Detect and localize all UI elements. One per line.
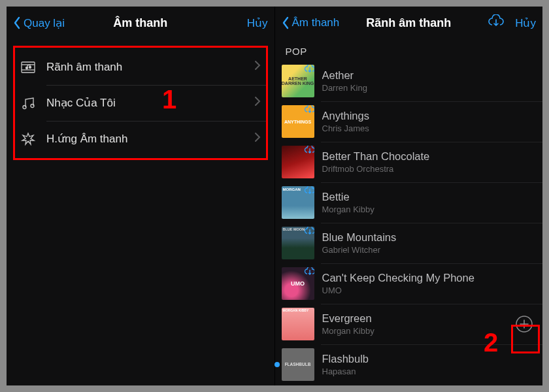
menu-item-my-music[interactable]: Nhạc Của Tôi — [15, 85, 266, 121]
back-label: Âm thanh — [292, 16, 340, 29]
back-button[interactable]: Quay lại — [13, 16, 65, 30]
track-artist: UMO — [322, 286, 534, 295]
track-artist: Morgan Kibby — [322, 326, 508, 336]
download-cloud-button[interactable] — [488, 14, 505, 32]
menu-item-label: Nhạc Của Tôi — [46, 96, 245, 110]
track-title: Flashbulb — [322, 353, 534, 365]
menu-item-label: H.ứng Âm thanh — [46, 132, 245, 146]
menu-item-audio-tracks[interactable]: Rãnh âm thanh — [15, 49, 266, 85]
track-row[interactable]: Aether Darren King — [275, 61, 543, 101]
menu-item-label: Rãnh âm thanh — [46, 61, 245, 74]
download-cloud-icon — [304, 186, 314, 197]
album-art — [282, 267, 314, 300]
cancel-button[interactable]: Hủy — [247, 16, 268, 30]
track-artist: Driftmob Orchestra — [322, 164, 534, 174]
track-row[interactable]: Blue Mountains Gabriel Witcher — [275, 223, 543, 263]
track-row[interactable]: Can't Keep Checking My Phone UMO — [275, 263, 543, 304]
screen-track-list: Âm thanh Rãnh âm thanh Hủy POP Aether Da… — [275, 7, 543, 385]
plus-circle-icon — [515, 315, 533, 333]
download-cloud-icon — [304, 105, 314, 116]
track-list: Aether Darren King Anythings Chris James — [275, 61, 543, 385]
download-cloud-icon — [304, 65, 314, 75]
album-art — [282, 105, 314, 138]
track-artist: Chris James — [322, 123, 534, 133]
album-art — [282, 186, 314, 219]
track-artist: Darren King — [322, 83, 534, 93]
chevron-right-icon — [254, 96, 261, 110]
album-art — [282, 65, 314, 97]
album-art — [282, 308, 314, 340]
nav-bar: Quay lại Âm thanh Hủy — [7, 7, 274, 39]
download-cloud-icon — [304, 227, 314, 237]
album-art — [282, 348, 314, 381]
now-playing-indicator — [274, 362, 280, 367]
track-title: Aether — [322, 69, 534, 82]
chevron-left-icon — [282, 16, 290, 29]
track-artist: Morgan Kibby — [322, 204, 534, 214]
track-title: Bettie — [322, 191, 534, 203]
highlight-box-1: Rãnh âm thanh Nhạc Của Tôi H.ứng Âm than… — [13, 46, 268, 160]
nav-bar: Âm thanh Rãnh âm thanh Hủy — [275, 7, 543, 39]
back-label: Quay lại — [24, 16, 65, 30]
callout-2: 2 — [484, 328, 498, 357]
album-art — [282, 227, 314, 259]
track-row[interactable]: Evergreen Morgan Kibby — [275, 304, 543, 344]
callout-1: 1 — [162, 85, 176, 114]
download-cloud-icon — [488, 14, 505, 29]
back-button[interactable]: Âm thanh — [282, 16, 340, 29]
section-header-pop: POP — [275, 39, 543, 61]
filmstrip-music-icon — [19, 59, 37, 75]
download-cloud-icon — [304, 146, 314, 156]
cancel-button[interactable]: Hủy — [515, 16, 536, 30]
screen-audio-menu: Quay lại Âm thanh Hủy Rãnh âm thanh — [7, 7, 275, 385]
chevron-right-icon — [254, 132, 261, 146]
track-title: Can't Keep Checking My Phone — [322, 272, 534, 284]
music-note-icon — [19, 95, 37, 111]
track-title: Evergreen — [322, 312, 508, 325]
burst-icon — [19, 131, 37, 147]
chevron-right-icon — [254, 60, 261, 74]
track-artist: Hapasan — [322, 367, 534, 376]
album-art — [282, 146, 314, 178]
track-row[interactable]: Flashbulb Hapasan — [275, 344, 543, 385]
svg-rect-0 — [22, 62, 35, 73]
track-artist: Gabriel Witcher — [322, 245, 534, 255]
audio-menu-list: Rãnh âm thanh Nhạc Của Tôi H.ứng Âm than… — [7, 39, 274, 160]
track-row[interactable]: Anythings Chris James — [275, 101, 543, 142]
download-cloud-icon — [304, 267, 314, 278]
track-title: Blue Mountains — [322, 231, 534, 244]
track-row[interactable]: Bettie Morgan Kibby — [275, 182, 543, 223]
chevron-left-icon — [13, 16, 21, 29]
svg-point-4 — [29, 66, 31, 68]
track-title: Anythings — [322, 110, 534, 122]
track-title: Better Than Chocolate — [322, 150, 534, 163]
add-track-button[interactable] — [515, 315, 533, 333]
track-row[interactable]: Better Than Chocolate Driftmob Orchestra — [275, 142, 543, 182]
menu-item-sound-fx[interactable]: H.ứng Âm thanh — [15, 121, 266, 157]
